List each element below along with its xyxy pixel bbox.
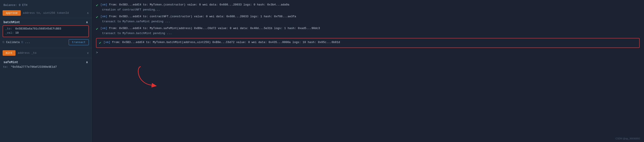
log-entry-3: ✔ [vm] from: 0x5B3...eddC4 to: MyToken.s… xyxy=(96,26,640,35)
balance-text: Balance: 0 ETH xyxy=(4,4,27,7)
mint-chevron[interactable]: ∨ xyxy=(87,51,89,55)
copy2-icon[interactable]: ⎘ xyxy=(22,41,23,44)
log2-text: from: 0x5B3...eddC4 to: contractNFT.(con… xyxy=(109,15,296,18)
log-line-2: ✔ [vm] from: 0x5B3...eddC4 to: contractN… xyxy=(96,15,640,19)
log-line-3: ✔ [vm] from: 0x5B3...eddC4 to: MyToken.s… xyxy=(96,26,640,31)
check-icon-1: ✔ xyxy=(96,3,98,8)
balance-bar: Balance: 0 ETH xyxy=(0,2,92,9)
log3-tag: [vm] xyxy=(100,27,107,30)
safemint-title: safeMint xyxy=(4,61,18,64)
log-text-3: [vm] from: 0x5B3...eddC4 to: MyToken.saf… xyxy=(100,26,320,31)
batchmint-title: batchMint xyxy=(4,21,20,24)
check-icon-4: ✔ xyxy=(99,40,101,45)
log1-pending: creation of contractNFT pending... xyxy=(96,8,640,11)
left-panel: Balance: 0 ETH approve address to, uint2… xyxy=(0,0,92,142)
calldata-label: Calldata xyxy=(6,41,20,44)
safemint-to-input[interactable] xyxy=(11,65,88,69)
safemint-to-label: to: xyxy=(3,65,9,69)
log-entry-1: ✔ [vm] from: 0x5B3...eddC4 to: MyToken.(… xyxy=(96,3,640,11)
log2-pending: transact to MyToken.safeMint pending ... xyxy=(96,20,640,23)
copy-icon[interactable]: ⎘ xyxy=(2,41,4,44)
log4-text: from: 0x5B3...eddC4 to: MyToken.batchMin… xyxy=(112,41,340,44)
transact-button[interactable]: transact xyxy=(69,39,89,45)
log-entry-2: ✔ [vm] from: 0x5B3...eddC4 to: contractN… xyxy=(96,15,640,23)
approve-hint: address to, uint256 tokenId xyxy=(23,11,85,15)
log-entry-4: ✔ [vm] from: 0x5B3...eddC4 to: MyToken.b… xyxy=(96,38,640,48)
log1-tag: [vm] xyxy=(100,3,107,6)
safemint-title-row: safeMint ∧ xyxy=(0,59,92,64)
log-text-2: [vm] from: 0x5B3...eddC4 to: contractNFT… xyxy=(100,15,296,19)
approve-chevron[interactable]: ∧ xyxy=(87,11,89,15)
log3-text: from: 0x5B3...eddC4 to: MyToken.safeMint… xyxy=(109,27,320,30)
approve-button[interactable]: approve xyxy=(2,10,21,16)
calldata-row: ⎘ Calldata ⎘ ... transact xyxy=(2,39,89,45)
safemint-chevron[interactable]: ∧ xyxy=(86,60,88,64)
batchmint-val-label: _val: xyxy=(5,31,14,35)
right-panel: ✔ [vm] from: 0x5B3...eddC4 to: MyToken.(… xyxy=(92,0,644,142)
approve-row: approve address to, uint256 tokenId ∧ xyxy=(0,9,92,17)
batchmint-val-input[interactable] xyxy=(15,31,86,35)
log4-tag: [vm] xyxy=(104,41,110,44)
arrow-decoration xyxy=(133,66,162,87)
batchmint-title-row: batchMint ∧ xyxy=(0,19,92,25)
log1-text: from: 0x5B3...eddC4 to: MyToken.(constru… xyxy=(109,3,289,6)
batchmint-input-box: _to: _val: xyxy=(2,25,89,37)
log-line-4: ✔ [vm] from: 0x5B3...eddC4 to: MyToken.b… xyxy=(99,40,636,45)
batchmint-to-label: _to: xyxy=(5,27,14,30)
watermark: CSDN @qq_36936892 xyxy=(616,137,640,140)
mint-button[interactable]: mint xyxy=(2,50,16,56)
log-line-1: ✔ [vm] from: 0x5B3...eddC4 to: MyToken.(… xyxy=(96,3,640,8)
calldata-ellipsis: ... xyxy=(25,41,30,44)
batchmint-chevron[interactable]: ∧ xyxy=(86,20,88,24)
log3-pending: transact to MyToken.batchMint pending ..… xyxy=(96,32,640,35)
check-icon-2: ✔ xyxy=(96,15,98,19)
log-text-1: [vm] from: 0x5B3...eddC4 to: MyToken.(co… xyxy=(100,3,289,7)
batchmint-to-row: _to: xyxy=(5,27,86,30)
calldata-left: ⎘ Calldata ⎘ ... xyxy=(2,41,30,44)
batchmint-val-row: _val: xyxy=(5,31,86,35)
mint-hint: address _to xyxy=(18,51,85,55)
check-icon-3: ✔ xyxy=(96,27,98,31)
log-text-4: [vm] from: 0x5B3...eddC4 to: MyToken.bat… xyxy=(104,40,340,45)
safemint-to-row: to: xyxy=(0,64,92,69)
batchmint-to-input[interactable] xyxy=(15,27,86,30)
prompt-line[interactable]: > xyxy=(96,51,640,55)
log2-tag: [vm] xyxy=(100,15,107,18)
batchmint-content: _to: _val: ⎘ Calldata ⎘ ... transact xyxy=(0,25,92,47)
mint-row: mint address _to ∨ xyxy=(0,49,92,57)
